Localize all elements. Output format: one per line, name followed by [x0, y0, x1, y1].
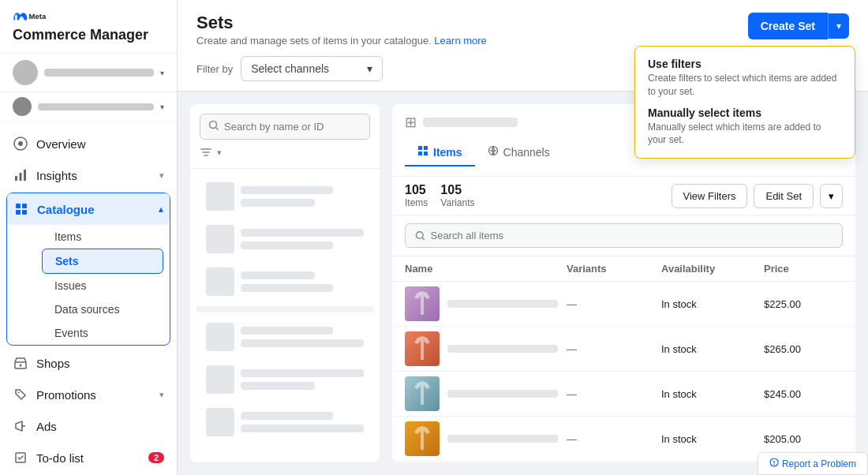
subnav-items[interactable]: Items: [42, 225, 163, 249]
price-value: $245.00: [764, 388, 843, 400]
svg-rect-3: [15, 176, 17, 181]
svg-rect-5: [24, 170, 26, 181]
items-search-input[interactable]: [430, 230, 832, 241]
variants-value: —: [567, 343, 661, 355]
sidebar-item-overview[interactable]: Overview: [0, 128, 177, 159]
ads-label: Ads: [36, 420, 164, 433]
col-price: Price: [764, 263, 843, 275]
more-options-button[interactable]: ▾: [820, 184, 843, 208]
tab-channels[interactable]: Channels: [475, 139, 563, 166]
sidebar-item-todo[interactable]: To-do list 2: [0, 442, 177, 473]
set-name-bar: [423, 118, 518, 127]
promotions-chevron-icon: ▾: [159, 390, 164, 400]
sidebar-item-promotions[interactable]: Promotions ▾: [0, 379, 177, 410]
table-body: — In stock $225.00 — In stock $265.00: [392, 282, 855, 462]
sort-chevron-icon: ▾: [217, 148, 222, 158]
edit-set-button[interactable]: Edit Set: [754, 184, 814, 208]
svg-rect-6: [16, 204, 21, 208]
sidebar-item-shops[interactable]: Shops: [0, 347, 177, 379]
subnav-sets[interactable]: Sets: [42, 249, 163, 274]
account-selector[interactable]: ▾: [0, 54, 177, 92]
items-search-icon: [415, 230, 425, 241]
meta-logo: Meta: [13, 9, 164, 22]
more-options-icon: ▾: [829, 190, 834, 202]
create-set-dropdown-button[interactable]: ▾: [828, 13, 849, 39]
variants-stat: 105 Variants: [440, 183, 474, 208]
left-search-bar[interactable]: [200, 114, 370, 140]
product-thumbnail: [405, 286, 440, 321]
price-value: $265.00: [764, 343, 843, 355]
tab-items[interactable]: Items: [405, 139, 475, 166]
insights-label: Insights: [36, 169, 152, 182]
shop-selector[interactable]: ▾: [0, 92, 177, 122]
catalogue-section: Catalogue ▴ Items Sets Issues Data sourc…: [6, 193, 170, 346]
subnav-issues[interactable]: Issues: [42, 274, 163, 297]
product-cell: [405, 421, 567, 456]
availability-badge: In stock: [661, 298, 764, 310]
svg-point-11: [20, 365, 22, 367]
search-icon: [208, 120, 219, 133]
filter-section: Filter by Select channels ▾: [196, 56, 383, 81]
sidebar-item-catalogue[interactable]: Catalogue ▴: [7, 193, 170, 225]
left-row-content: [241, 322, 364, 352]
subnav-data-sources[interactable]: Data sources: [42, 297, 163, 321]
left-row-content: [241, 407, 364, 437]
table-header: Name Variants Availability Price: [392, 256, 855, 282]
product-name-bar: [447, 345, 558, 353]
price-value: $225.00: [764, 298, 843, 310]
product-name-bar: [447, 300, 558, 308]
promotions-icon: [13, 387, 28, 402]
left-list-item: [196, 358, 373, 401]
availability-badge: In stock: [661, 433, 764, 445]
price-value: $205.00: [764, 433, 843, 445]
table-row: — In stock $265.00: [392, 327, 855, 372]
items-search-bar[interactable]: [405, 223, 843, 248]
learn-more-link[interactable]: Learn more: [434, 35, 486, 47]
channels-tab-label: Channels: [503, 146, 550, 159]
avatar: [13, 60, 38, 85]
sidebar-item-insights[interactable]: Insights ▾: [0, 159, 177, 191]
product-thumbnail: [405, 376, 440, 411]
todo-icon: [13, 450, 28, 466]
left-search-input[interactable]: [224, 121, 361, 133]
left-list-item: [196, 401, 373, 443]
grid-view-icon[interactable]: ⊞: [405, 114, 417, 131]
items-search-area: [392, 215, 855, 256]
svg-rect-21: [418, 146, 422, 150]
left-list-item: [196, 218, 373, 260]
col-name: Name: [405, 263, 567, 275]
create-set-button-group: Create Set ▾: [748, 13, 849, 39]
shops-icon: [13, 355, 28, 371]
tooltip-desc-manual: Manually select which items are added to…: [648, 121, 842, 148]
col-variants: Variants: [567, 263, 661, 275]
left-row-content: [241, 365, 364, 395]
channels-dropdown[interactable]: Select channels ▾: [241, 56, 383, 81]
left-thumb: [206, 182, 234, 211]
table-row: — In stock $225.00: [392, 282, 855, 327]
variants-value: —: [567, 433, 661, 445]
account-name-bar: [44, 69, 154, 77]
tooltip-item-filters[interactable]: Use filters Create filters to select whi…: [648, 58, 842, 99]
report-problem-bar[interactable]: Report a Problem: [758, 452, 868, 475]
shop-name-bar: [38, 103, 154, 110]
tooltip-item-manual[interactable]: Manually select items Manually select wh…: [648, 107, 842, 148]
sidebar-nav: Overview Insights ▾ Catalogue ▴ Items Se…: [0, 122, 177, 475]
sidebar-item-ads[interactable]: Ads: [0, 410, 177, 442]
items-label: Items: [405, 197, 428, 208]
filter-by-label: Filter by: [196, 63, 233, 75]
left-row-content: [241, 181, 364, 211]
catalogue-subnav: Items Sets Issues Data sources Events: [7, 225, 170, 345]
product-thumbnail: [405, 331, 440, 366]
tooltip-title-manual: Manually select items: [648, 107, 842, 119]
subnav-events[interactable]: Events: [42, 321, 163, 345]
availability-badge: In stock: [661, 343, 764, 355]
channels-tab-icon: [488, 145, 499, 159]
app-title: Commerce Manager: [13, 27, 164, 43]
view-filters-button[interactable]: View Filters: [672, 184, 748, 208]
left-panel-header: ▾: [190, 104, 380, 169]
page-title: Sets: [196, 13, 487, 33]
svg-rect-9: [22, 210, 27, 215]
create-set-button[interactable]: Create Set: [748, 13, 828, 39]
sort-icon[interactable]: [200, 146, 212, 159]
left-thumb: [206, 323, 234, 351]
